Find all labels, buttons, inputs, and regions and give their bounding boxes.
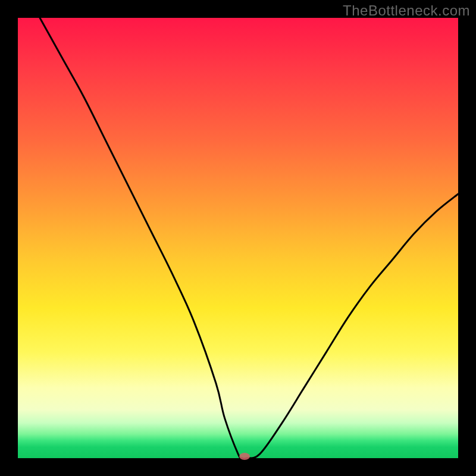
plot-area (18, 18, 458, 458)
bottleneck-curve (40, 18, 458, 459)
watermark-text: TheBottleneck.com (343, 2, 470, 19)
curve-svg (18, 18, 458, 458)
chart-frame: TheBottleneck.com (0, 0, 476, 476)
minimum-marker (239, 453, 250, 460)
